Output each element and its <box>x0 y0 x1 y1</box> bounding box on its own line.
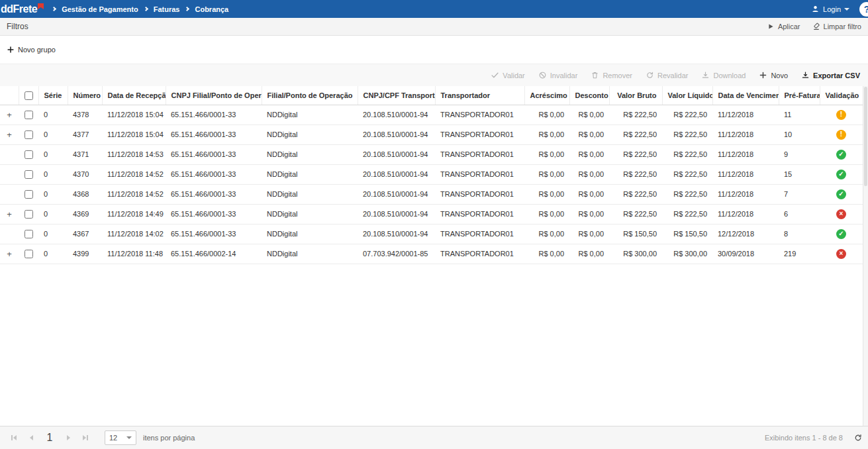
filter-actions: Aplicar Limpar filtro <box>767 23 861 30</box>
row-checkbox[interactable] <box>24 130 33 139</box>
column-header-expand <box>0 86 19 105</box>
cell-data-recepcao: 11/12/2018 14:02 <box>102 224 166 244</box>
clear-filter-button[interactable]: Limpar filtro <box>812 23 861 30</box>
row-checkbox[interactable] <box>24 190 33 199</box>
column-header-serie[interactable]: Série <box>38 86 68 105</box>
cell-pre-fatura: 11 <box>779 105 820 125</box>
revalidar-button[interactable]: Revalidar <box>646 71 688 79</box>
breadcrumb-item-cobranca[interactable]: Cobrança <box>195 5 228 13</box>
validation-status-icon: × <box>836 249 846 259</box>
cell-acrescimo: R$ 0,00 <box>524 125 569 144</box>
cell-cnpj-filial: 65.151.466/0001-33 <box>166 125 262 144</box>
row-checkbox[interactable] <box>24 250 33 258</box>
cell-valor-bruto: R$ 222,50 <box>609 164 662 184</box>
row-checkbox[interactable] <box>24 210 33 219</box>
cell-data-recepcao: 11/12/2018 15:04 <box>102 125 166 144</box>
validation-status-icon: × <box>836 209 846 219</box>
invalidar-button[interactable]: Invalidar <box>538 71 578 79</box>
chevron-right-icon <box>52 7 56 11</box>
expand-row-button[interactable]: + <box>7 209 12 219</box>
last-page-button[interactable] <box>77 426 94 449</box>
help-icon[interactable] <box>859 2 868 17</box>
column-header-valor-liquido[interactable]: Valor Líquido <box>662 86 712 105</box>
select-all-checkbox[interactable] <box>24 91 33 100</box>
column-header-cnpj-cpf-transportador[interactable]: CNPJ/CPF Transportador <box>358 86 435 105</box>
expand-row-button[interactable]: + <box>7 249 12 259</box>
cell-desconto: R$ 0,00 <box>569 184 609 204</box>
download-icon <box>701 71 710 79</box>
login-menu[interactable]: Login <box>811 5 849 13</box>
cell-filial: NDDigital <box>262 244 358 264</box>
cell-transportador: TRANSPORTADOR01 <box>435 184 524 204</box>
cell-serie: 0 <box>38 204 68 224</box>
column-header-data-de-recepcao[interactable]: Data de Recepção↓ <box>102 86 166 105</box>
cell-cnpj-transportador: 20.108.510/0001-94 <box>358 184 435 204</box>
scrollbar-thumb[interactable] <box>864 87 867 186</box>
column-header-transportador[interactable]: Transportador <box>435 86 524 105</box>
cell-acrescimo: R$ 0,00 <box>524 184 569 204</box>
play-icon <box>767 23 775 30</box>
cell-numero: 4367 <box>68 224 102 244</box>
cell-desconto: R$ 0,00 <box>569 244 609 264</box>
next-page-button[interactable] <box>60 426 77 449</box>
remover-button[interactable]: Remover <box>591 71 632 79</box>
row-checkbox[interactable] <box>24 170 33 179</box>
cell-pre-fatura: 7 <box>779 184 820 204</box>
cell-pre-fatura: 9 <box>779 144 820 164</box>
apply-filter-button[interactable]: Aplicar <box>767 23 800 30</box>
row-checkbox[interactable] <box>24 230 33 238</box>
column-header-cnpj-filial-ponto-de-operacao[interactable]: CNPJ Filial/Ponto de Operação <box>166 86 262 105</box>
login-label: Login <box>823 5 841 13</box>
cell-filial: NDDigital <box>262 164 358 184</box>
cell-data-vencimento: 11/12/2018 <box>712 144 779 164</box>
exportar-csv-button[interactable]: Exportar CSV <box>801 71 860 79</box>
column-header-valor-bruto[interactable]: Valor Bruto <box>609 86 662 105</box>
cell-numero: 4368 <box>68 184 102 204</box>
expand-row-button[interactable]: + <box>7 110 12 120</box>
column-header-validacao[interactable]: Validação <box>820 86 863 105</box>
breadcrumb-item-faturas[interactable]: Faturas <box>154 5 180 13</box>
app-logo[interactable]: ddFrete <box>1 1 44 17</box>
table-row: + 0 4378 11/12/2018 15:04 65.151.466/000… <box>0 105 863 125</box>
cell-desconto: R$ 0,00 <box>569 105 609 125</box>
page-size-select[interactable]: 12 <box>105 430 136 445</box>
refresh-grid-button[interactable] <box>853 433 863 442</box>
clear-filter-label: Limpar filtro <box>824 23 861 30</box>
row-checkbox[interactable] <box>24 150 33 159</box>
breadcrumb-item-gestao-de-pagamento[interactable]: Gestão de Pagamento <box>62 5 138 13</box>
download-button[interactable]: Download <box>701 71 746 79</box>
cell-valor-liquido: R$ 222,50 <box>662 204 712 224</box>
validar-button[interactable]: Validar <box>491 71 524 79</box>
cell-cnpj-transportador: 20.108.510/0001-94 <box>358 204 435 224</box>
column-header-desconto[interactable]: Desconto <box>569 86 609 105</box>
cell-filial: NDDigital <box>262 144 358 164</box>
column-header-acrescimo[interactable]: Acréscimo <box>524 86 569 105</box>
new-group-button[interactable]: Novo grupo <box>7 46 56 54</box>
cell-data-recepcao: 11/12/2018 14:49 <box>102 204 166 224</box>
column-header-pre-fatura[interactable]: Pré-Fatura <box>779 86 820 105</box>
cell-serie: 0 <box>38 144 68 164</box>
cell-transportador: TRANSPORTADOR01 <box>435 164 524 184</box>
current-page-button[interactable]: 1 <box>40 426 60 449</box>
novo-button[interactable]: Novo <box>759 71 788 79</box>
cell-cnpj-filial: 65.151.466/0001-33 <box>166 164 262 184</box>
vertical-scrollbar[interactable] <box>863 86 868 426</box>
first-page-button[interactable] <box>5 426 23 449</box>
cell-desconto: R$ 0,00 <box>569 144 609 164</box>
column-header-select <box>19 86 38 105</box>
pager-right: Exibindo itens 1 - 8 de 8 <box>765 433 863 442</box>
cell-serie: 0 <box>38 125 68 144</box>
row-checkbox[interactable] <box>24 111 33 119</box>
validation-status-icon: ! <box>836 130 846 140</box>
chevron-down-icon <box>126 436 132 439</box>
column-header-numero[interactable]: Número <box>68 86 102 105</box>
column-header-filial-ponto-de-operacao[interactable]: Filial/Ponto de Operação <box>262 86 358 105</box>
cell-serie: 0 <box>38 184 68 204</box>
cell-valor-bruto: R$ 222,50 <box>609 204 662 224</box>
validation-status-icon: ✓ <box>836 150 846 160</box>
expand-row-button[interactable]: + <box>7 130 12 140</box>
validation-status-icon: ✓ <box>836 189 846 199</box>
prev-page-button[interactable] <box>23 426 40 449</box>
cell-valor-liquido: R$ 150,50 <box>662 224 712 244</box>
column-header-data-de-vencimento[interactable]: Data de Vencimento <box>712 86 779 105</box>
